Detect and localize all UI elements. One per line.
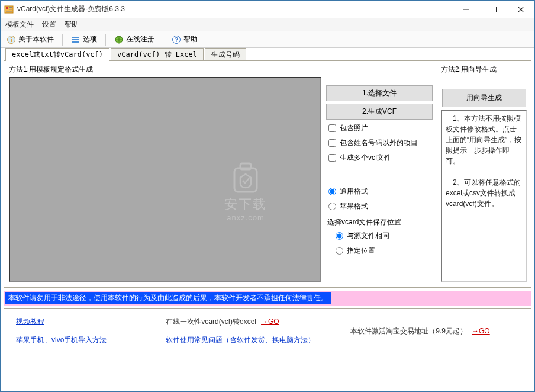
radio-save-spec[interactable]: 指定位置	[326, 245, 433, 257]
radio-save-same[interactable]: 与源文件相同	[326, 230, 433, 242]
checkbox-multi-vcf[interactable]: 生成多个vcf文件	[326, 152, 433, 164]
close-button[interactable]	[507, 1, 534, 18]
disclaimer-text: 本软件请勿用于非法途径，使用本软件的行为及由此造成的后果，本软件开发者不承担任何…	[5, 292, 331, 304]
tabstrip: excel或txt转vCard(vcf) vCard(vcf) 转 Excel …	[1, 48, 534, 61]
svg-rect-6	[491, 7, 497, 12]
toolbar-about[interactable]: 关于本软件	[3, 33, 57, 46]
radio-input[interactable]	[328, 188, 336, 195]
minimize-button[interactable]	[453, 1, 480, 18]
radio-input[interactable]	[336, 232, 343, 240]
menu-settings[interactable]: 设置	[42, 20, 56, 30]
checkbox-input[interactable]	[328, 139, 336, 147]
list-icon	[71, 35, 80, 44]
label-taobao: 本软件激活淘宝交易地址（9.9元起）	[350, 327, 467, 335]
radio-input[interactable]	[336, 247, 343, 255]
tab-panel: 方法1:用模板规定格式生成 安下载 anxz.com 1.选择文件 2.生成VC…	[4, 60, 531, 288]
info-icon	[7, 35, 16, 44]
watermark-sub: anxz.com	[224, 213, 267, 222]
tab-gen-number[interactable]: 生成号码	[205, 48, 246, 61]
toolbar-register[interactable]: 在线注册	[111, 33, 158, 46]
menu-help[interactable]: 帮助	[65, 20, 79, 30]
svg-rect-13	[72, 39, 79, 40]
svg-rect-3	[9, 9, 12, 10]
toolbar-help-label: 帮助	[183, 34, 198, 44]
toolbar-separator	[105, 34, 106, 46]
disclaimer-band: 本软件请勿用于非法途径，使用本软件的行为及由此造成的后果，本软件开发者不承担任何…	[4, 291, 531, 306]
svg-point-11	[11, 37, 12, 38]
tab-excel-to-vcard[interactable]: excel或txt转vCard(vcf)	[5, 48, 109, 61]
radio-format-common[interactable]: 通用格式	[326, 185, 433, 198]
links-panel: 视频教程 苹果手机、vivo手机导入方法 在线一次性vcard(vcf)转exc…	[4, 308, 531, 354]
toolbar-options[interactable]: 选项	[67, 33, 101, 46]
radio-input[interactable]	[328, 203, 336, 210]
svg-text:?: ?	[175, 37, 178, 43]
checkbox-include-extra[interactable]: 包含姓名号码以外的项目	[326, 137, 433, 149]
toolbar: 关于本软件 选项 在线注册 ? 帮助	[1, 31, 534, 48]
menu-template[interactable]: 模板文件	[5, 20, 34, 30]
svg-rect-12	[72, 37, 79, 38]
link-apple-vivo[interactable]: 苹果手机、vivo手机导入方法	[16, 335, 107, 345]
svg-rect-19	[240, 163, 251, 169]
toolbar-separator	[62, 34, 63, 46]
preview-area: 安下载 anxz.com	[9, 77, 321, 282]
globe-icon	[114, 35, 124, 44]
radio-format-apple[interactable]: 苹果格式	[326, 200, 433, 213]
save-location-label: 选择vcard文件保存位置	[326, 215, 433, 227]
toolbar-about-label: 关于本软件	[18, 34, 54, 44]
checkbox-include-photo[interactable]: 包含照片	[326, 122, 433, 134]
wizard-info-text: 1、本方法不用按照模板文件修改格式。点击上面的“用向导生成”，按照提示一步步操作…	[441, 110, 527, 282]
link-faq[interactable]: 软件使用常见问题（含软件发货、换电脑方法）	[166, 335, 315, 345]
method2-pane: 方法2:用向导生成 用向导生成 1、本方法不用按照模板文件修改格式。点击上面的“…	[437, 61, 531, 287]
controls-column: 1.选择文件 2.生成VCF 包含照片 包含姓名号码以外的项目 生成多个vcf文…	[326, 77, 433, 282]
label-online-convert: 在线一次性vcard(vcf)转excel	[166, 317, 256, 326]
svg-rect-1	[6, 7, 8, 9]
row-taobao: 本软件激活淘宝交易地址（9.9元起）→GO	[350, 326, 489, 336]
link-taobao-go[interactable]: →GO	[472, 327, 490, 335]
link-online-convert-go[interactable]: →GO	[261, 317, 279, 326]
toolbar-options-label: 选项	[83, 34, 97, 44]
toolbar-register-label: 在线注册	[126, 34, 154, 44]
method1-label: 方法1:用模板规定格式生成	[9, 63, 433, 77]
link-video-tutorial[interactable]: 视频教程	[16, 317, 107, 327]
help-icon: ?	[172, 35, 181, 44]
wizard-button[interactable]: 用向导生成	[442, 89, 526, 107]
tab-vcard-to-excel[interactable]: vCard(vcf) 转 Excel	[111, 48, 204, 61]
toolbar-help[interactable]: ? 帮助	[168, 33, 201, 46]
toolbar-separator	[163, 34, 163, 46]
checkbox-input[interactable]	[328, 124, 336, 132]
watermark-text: 安下载	[224, 195, 267, 213]
svg-rect-4	[6, 11, 12, 12]
select-file-button[interactable]: 1.选择文件	[326, 85, 433, 101]
checkbox-input[interactable]	[328, 154, 336, 162]
menubar: 模板文件 设置 帮助	[1, 18, 534, 31]
svg-rect-18	[234, 168, 257, 192]
watermark: 安下载 anxz.com	[224, 161, 267, 222]
app-icon	[4, 5, 14, 14]
window-title: vCard(vcf)文件生成器-免费版6.3.3	[17, 4, 453, 14]
method1-pane: 方法1:用模板规定格式生成 安下载 anxz.com 1.选择文件 2.生成VC…	[4, 61, 437, 287]
svg-rect-14	[72, 41, 79, 43]
svg-rect-2	[9, 7, 12, 8]
svg-rect-10	[11, 39, 12, 42]
generate-vcf-button[interactable]: 2.生成VCF	[326, 104, 433, 120]
row-online-convert: 在线一次性vcard(vcf)转excel→GO	[166, 317, 315, 327]
method2-label: 方法2:用向导生成	[441, 63, 527, 77]
window-controls	[453, 1, 534, 18]
titlebar: vCard(vcf)文件生成器-免费版6.3.3	[1, 1, 534, 18]
maximize-button[interactable]	[480, 1, 507, 18]
